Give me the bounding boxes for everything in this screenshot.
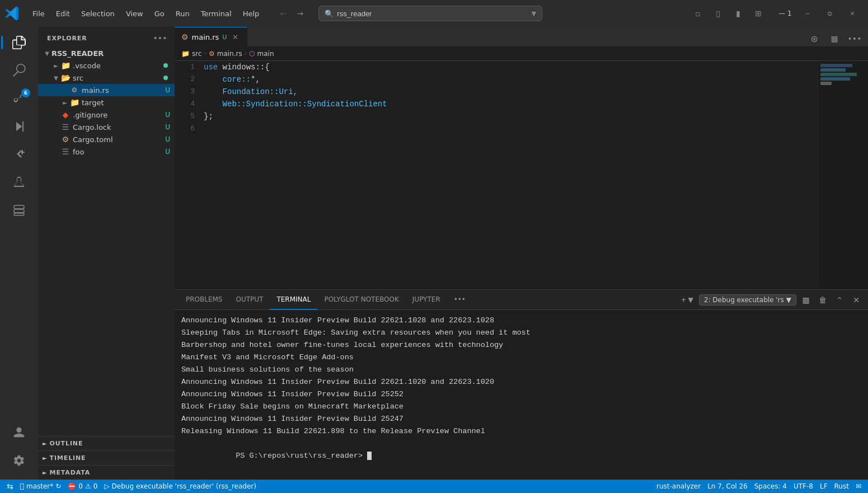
tab-label: main.rs [192,33,219,41]
code-editor[interactable]: 1 2 3 4 5 6 use windows::{ core::*, [175,61,868,289]
status-line-ending[interactable]: LF [817,480,831,493]
timeline-header[interactable]: ► TIMELINE [38,451,175,465]
folder-icon-small: 📁 [181,50,190,58]
modified-badge [163,76,168,80]
timeline-section[interactable]: ► TIMELINE [38,450,175,465]
code-text: Web::Syndication::SyndicationClient [204,98,387,110]
status-rust-analyzer[interactable]: rust-analyzer [653,480,704,493]
layout-btn-3[interactable]: ▮ [729,6,747,21]
tree-item-src[interactable]: ▼ 📂 src [38,72,175,84]
untracked-badge: U [165,86,170,94]
activity-item-account[interactable] [6,419,32,446]
activity-item-remote[interactable] [6,197,32,224]
branch-name: master* [26,482,53,490]
terminal-line: Announcing Windows 11 Insider Preview Bu… [181,388,861,401]
rust-file-icon: ⚙ [69,85,79,95]
tab-jupyter[interactable]: JUPYTER [406,290,447,310]
code-text: Foundation::Uri, [204,86,298,98]
activity-item-settings[interactable] [6,447,32,474]
layout-btn-4[interactable]: ⊞ [749,6,767,21]
tab-output[interactable]: OUTPUT [229,290,270,310]
file-icon: ☰ [60,147,71,157]
tree-item-foo[interactable]: ☰ foo U [38,145,175,158]
activity-item-extensions[interactable] [6,141,32,168]
tree-item-rss-reader[interactable]: ▼ RSS_READER [38,47,175,59]
metadata-section[interactable]: ► METADATA [38,465,175,480]
tab-problems[interactable]: PROBLEMS [179,290,229,310]
menu-file[interactable]: File [27,7,50,20]
menu-edit[interactable]: Edit [50,7,76,20]
untracked-badge: U [165,135,170,143]
search-icon: 🔍 [325,10,334,18]
tab-more[interactable]: ••• [447,290,472,310]
outline-header[interactable]: ► OUTLINE [38,436,175,450]
tree-item-vscode[interactable]: ► 📁 .vscode [38,59,175,72]
tree-label: Cargo.lock [73,123,165,132]
code-line-6 [204,123,818,135]
terminal-content[interactable]: Announcing Windows 11 Insider Preview Bu… [175,310,868,480]
tab-terminal[interactable]: TERMINAL [270,290,317,310]
tree-item-gitignore[interactable]: ◆ .gitignore U [38,109,175,121]
close-panel-button[interactable]: ✕ [849,293,864,307]
activity-item-run[interactable] [6,113,32,140]
tab-main-rs[interactable]: ⚙ main.rs U ✕ [175,27,247,46]
status-notifications[interactable]: ✉ [852,480,865,493]
layout-btn-1[interactable]: ▫ [689,6,707,21]
layout-btn-2[interactable]: ▯ [709,6,727,21]
menu-terminal[interactable]: Terminal [195,7,237,20]
activity-item-source-control[interactable]: 6 [6,85,32,112]
search-dropdown-icon[interactable]: ▼ [532,10,536,17]
terminal-selector[interactable]: 2: Debug executable 'rs ▼ [699,294,796,306]
activity-item-testing[interactable] [6,169,32,196]
metadata-header[interactable]: ► METADATA [38,466,175,480]
split-terminal-button[interactable]: ▩ [799,293,813,307]
tab-close-button[interactable]: ✕ [230,32,240,42]
search-input[interactable] [337,10,528,18]
forward-button[interactable]: → [293,6,307,21]
breadcrumb-symbol[interactable]: ⬡ main [249,50,274,58]
tab-polyglot[interactable]: POLYGLOT NOTEBOOK [317,290,405,310]
activity-item-explorer[interactable] [6,29,32,56]
search-bar[interactable]: 🔍 ▼ [318,6,542,21]
breadcrumb-file[interactable]: ⚙ main.rs [209,50,242,58]
activity-item-search[interactable] [6,57,32,84]
sidebar-more-button[interactable]: ••• [154,32,166,44]
status-spaces[interactable]: Spaces: 4 [751,480,790,493]
menu-view[interactable]: View [120,7,149,20]
status-ln-col[interactable]: Ln 7, Col 26 [704,480,751,493]
status-branch[interactable]:  master* ↻ [17,480,65,493]
status-errors[interactable]: ⛔ 0 ⚠ 0 [64,480,101,493]
split-editor-button[interactable]: ▩ [825,31,843,46]
window-number: — 1 [774,6,796,21]
compare-button[interactable]: ⊛ [805,31,823,46]
menu-run[interactable]: Run [170,7,195,20]
terminal-line: Announcing Windows 11 Insider Preview Bu… [181,314,861,327]
tree-item-target[interactable]: ► 📁 target [38,96,175,109]
menu-go[interactable]: Go [149,7,170,20]
back-button[interactable]: ← [276,6,290,21]
status-encoding[interactable]: UTF-8 [790,480,817,493]
tree-item-main-rs[interactable]: ⚙ main.rs U [38,84,175,96]
status-debug[interactable]: ▷ Debug executable 'rss_reader' (rss_rea… [101,480,260,493]
editor-more-button[interactable]: ••• [846,31,864,46]
outline-section[interactable]: ► OUTLINE [38,436,175,450]
restore-button[interactable]: ⧉ [819,6,841,21]
status-language[interactable]: Rust [831,480,852,493]
new-terminal-button[interactable]: + ▼ [678,295,697,305]
close-button[interactable]: ✕ [841,6,864,21]
tree-item-cargo-toml[interactable]: ⚙ Cargo.toml U [38,133,175,145]
minimize-button[interactable]: − [796,6,819,21]
menu-help[interactable]: Help [237,7,265,20]
breadcrumb-src[interactable]: 📁 src [181,50,202,58]
maximize-panel-button[interactable]: ⌃ [832,293,847,307]
code-content[interactable]: use windows::{ core::*, Foundation::Uri,… [199,61,818,289]
terminal-line: Manifest V3 and Microsoft Edge Add-ons [181,351,861,364]
status-remote[interactable]: ⇆ [3,480,17,493]
terminal-cursor [367,452,372,460]
warnings-count: 0 [93,482,98,490]
tree-label: target [82,98,175,107]
sidebar-header: EXPLORER ••• [38,27,175,47]
kill-terminal-button[interactable]: 🗑 [815,293,830,307]
tree-item-cargo-lock[interactable]: ☰ Cargo.lock U [38,121,175,133]
menu-selection[interactable]: Selection [76,7,120,20]
